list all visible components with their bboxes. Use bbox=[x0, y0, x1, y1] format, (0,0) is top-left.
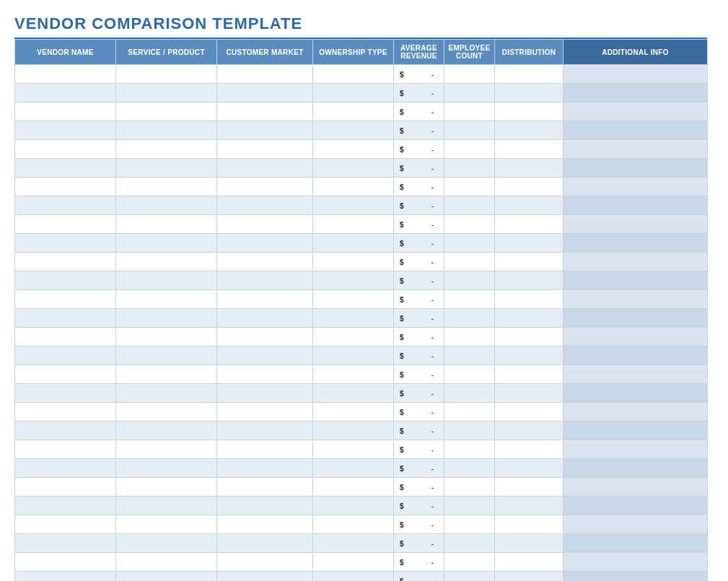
cell[interactable] bbox=[313, 290, 394, 309]
cell[interactable] bbox=[217, 421, 313, 440]
cell[interactable] bbox=[15, 384, 116, 403]
cell[interactable] bbox=[15, 65, 116, 84]
cell[interactable] bbox=[116, 102, 217, 121]
cell[interactable] bbox=[217, 215, 313, 234]
cell-average-revenue[interactable]: $- bbox=[394, 346, 444, 365]
cell[interactable] bbox=[15, 196, 116, 215]
cell[interactable] bbox=[217, 140, 313, 159]
cell[interactable] bbox=[495, 140, 563, 159]
cell[interactable] bbox=[116, 178, 217, 196]
cell[interactable] bbox=[444, 328, 495, 346]
cell[interactable] bbox=[116, 421, 217, 440]
cell[interactable] bbox=[444, 159, 495, 178]
cell[interactable] bbox=[444, 290, 495, 309]
cell-average-revenue[interactable]: $- bbox=[394, 253, 444, 271]
cell[interactable] bbox=[313, 178, 394, 196]
cell[interactable] bbox=[313, 253, 394, 271]
cell[interactable] bbox=[15, 102, 116, 121]
cell[interactable] bbox=[495, 84, 563, 102]
cell-additional-info[interactable] bbox=[563, 421, 708, 440]
cell[interactable] bbox=[444, 234, 495, 253]
cell[interactable] bbox=[313, 234, 394, 253]
cell[interactable] bbox=[217, 384, 313, 403]
cell[interactable] bbox=[495, 515, 563, 534]
cell[interactable] bbox=[313, 102, 394, 121]
cell[interactable] bbox=[217, 178, 313, 196]
cell[interactable] bbox=[217, 553, 313, 572]
cell[interactable] bbox=[444, 403, 495, 421]
cell[interactable] bbox=[217, 497, 313, 515]
cell[interactable] bbox=[217, 572, 313, 582]
cell-additional-info[interactable] bbox=[563, 121, 708, 140]
cell-average-revenue[interactable]: $- bbox=[394, 159, 444, 178]
cell[interactable] bbox=[15, 515, 116, 534]
cell[interactable] bbox=[444, 459, 495, 478]
cell[interactable] bbox=[444, 215, 495, 234]
cell[interactable] bbox=[313, 384, 394, 403]
cell[interactable] bbox=[116, 328, 217, 346]
cell[interactable] bbox=[495, 497, 563, 515]
cell[interactable] bbox=[495, 365, 563, 384]
cell[interactable] bbox=[15, 421, 116, 440]
cell[interactable] bbox=[495, 403, 563, 421]
cell-additional-info[interactable] bbox=[563, 497, 708, 515]
cell[interactable] bbox=[444, 440, 495, 459]
cell[interactable] bbox=[444, 121, 495, 140]
cell[interactable] bbox=[217, 121, 313, 140]
cell-average-revenue[interactable]: $- bbox=[394, 365, 444, 384]
cell[interactable] bbox=[217, 271, 313, 290]
cell[interactable] bbox=[444, 140, 495, 159]
cell[interactable] bbox=[444, 515, 495, 534]
cell[interactable] bbox=[217, 403, 313, 421]
cell[interactable] bbox=[313, 84, 394, 102]
cell[interactable] bbox=[116, 440, 217, 459]
cell[interactable] bbox=[495, 215, 563, 234]
cell[interactable] bbox=[444, 346, 495, 365]
cell[interactable] bbox=[15, 290, 116, 309]
cell-additional-info[interactable] bbox=[563, 515, 708, 534]
cell[interactable] bbox=[217, 65, 313, 84]
cell-additional-info[interactable] bbox=[563, 290, 708, 309]
cell[interactable] bbox=[217, 478, 313, 497]
cell[interactable] bbox=[217, 290, 313, 309]
cell-average-revenue[interactable]: $- bbox=[394, 459, 444, 478]
cell[interactable] bbox=[495, 459, 563, 478]
cell[interactable] bbox=[444, 421, 495, 440]
cell[interactable] bbox=[116, 309, 217, 328]
cell[interactable] bbox=[313, 553, 394, 572]
cell[interactable] bbox=[116, 478, 217, 497]
cell[interactable] bbox=[116, 515, 217, 534]
cell[interactable] bbox=[116, 234, 217, 253]
cell[interactable] bbox=[217, 234, 313, 253]
cell-average-revenue[interactable]: $- bbox=[394, 215, 444, 234]
cell-average-revenue[interactable]: $- bbox=[394, 497, 444, 515]
cell[interactable] bbox=[495, 440, 563, 459]
cell[interactable] bbox=[15, 215, 116, 234]
cell-average-revenue[interactable]: $- bbox=[394, 196, 444, 215]
cell[interactable] bbox=[313, 459, 394, 478]
cell-additional-info[interactable] bbox=[563, 440, 708, 459]
cell[interactable] bbox=[495, 384, 563, 403]
cell[interactable] bbox=[217, 515, 313, 534]
cell[interactable] bbox=[217, 196, 313, 215]
cell[interactable] bbox=[116, 365, 217, 384]
cell-additional-info[interactable] bbox=[563, 534, 708, 553]
cell[interactable] bbox=[313, 140, 394, 159]
cell[interactable] bbox=[217, 440, 313, 459]
cell-additional-info[interactable] bbox=[563, 346, 708, 365]
cell[interactable] bbox=[495, 478, 563, 497]
cell-average-revenue[interactable]: $- bbox=[394, 309, 444, 328]
cell[interactable] bbox=[15, 403, 116, 421]
cell[interactable] bbox=[444, 178, 495, 196]
cell[interactable] bbox=[313, 497, 394, 515]
cell[interactable] bbox=[313, 572, 394, 582]
cell-additional-info[interactable] bbox=[563, 196, 708, 215]
cell-average-revenue[interactable]: $- bbox=[394, 234, 444, 253]
cell[interactable] bbox=[444, 196, 495, 215]
cell[interactable] bbox=[116, 534, 217, 553]
cell[interactable] bbox=[15, 121, 116, 140]
cell[interactable] bbox=[495, 65, 563, 84]
cell[interactable] bbox=[15, 365, 116, 384]
cell[interactable] bbox=[313, 421, 394, 440]
cell-average-revenue[interactable]: $- bbox=[394, 572, 444, 582]
